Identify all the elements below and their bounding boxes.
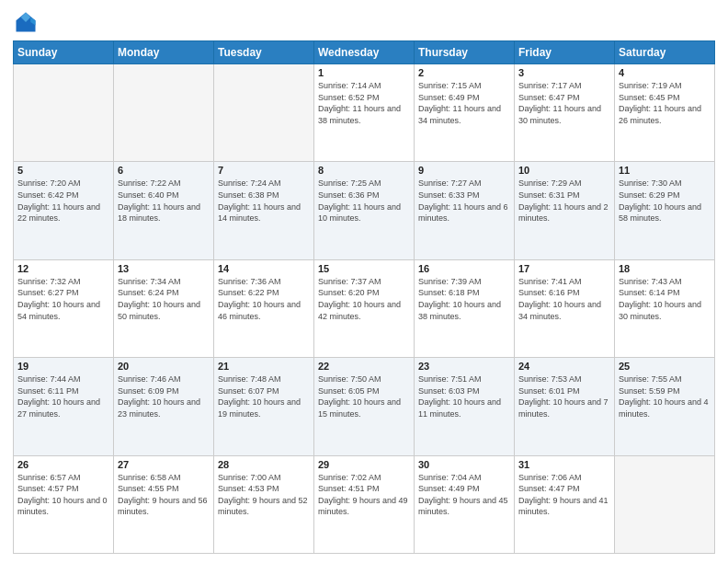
day-info: Sunrise: 7:20 AMSunset: 6:42 PMDaylight:… (17, 178, 109, 224)
weekday-header-friday: Friday (515, 41, 615, 64)
day-cell: 8Sunrise: 7:25 AMSunset: 6:36 PMDaylight… (314, 162, 415, 259)
day-number: 2 (418, 67, 510, 78)
day-info: Sunrise: 7:43 AMSunset: 6:14 PMDaylight:… (619, 276, 711, 322)
day-number: 3 (518, 67, 610, 78)
weekday-header-thursday: Thursday (415, 41, 515, 64)
day-number: 29 (318, 459, 410, 470)
day-cell: 31Sunrise: 7:06 AMSunset: 4:47 PMDayligh… (515, 455, 615, 553)
weekday-header-row: SundayMondayTuesdayWednesdayThursdayFrid… (14, 41, 715, 64)
day-info: Sunrise: 7:50 AMSunset: 6:05 PMDaylight:… (318, 373, 410, 419)
day-cell: 13Sunrise: 7:34 AMSunset: 6:24 PMDayligh… (114, 259, 214, 357)
day-number: 8 (318, 165, 410, 176)
day-number: 27 (118, 459, 210, 470)
day-number: 9 (418, 165, 510, 176)
day-cell: 12Sunrise: 7:32 AMSunset: 6:27 PMDayligh… (14, 259, 114, 357)
day-info: Sunrise: 7:17 AMSunset: 6:47 PMDaylight:… (518, 80, 610, 126)
day-cell: 6Sunrise: 7:22 AMSunset: 6:40 PMDaylight… (114, 162, 214, 259)
day-cell: 9Sunrise: 7:27 AMSunset: 6:33 PMDaylight… (415, 162, 515, 259)
day-cell: 19Sunrise: 7:44 AMSunset: 6:11 PMDayligh… (14, 358, 114, 455)
week-row-4: 19Sunrise: 7:44 AMSunset: 6:11 PMDayligh… (14, 358, 715, 455)
day-cell: 7Sunrise: 7:24 AMSunset: 6:38 PMDaylight… (214, 162, 314, 259)
day-number: 20 (118, 361, 210, 372)
calendar-table: SundayMondayTuesdayWednesdayThursdayFrid… (13, 40, 715, 554)
day-cell: 24Sunrise: 7:53 AMSunset: 6:01 PMDayligh… (515, 358, 615, 455)
day-cell: 22Sunrise: 7:50 AMSunset: 6:05 PMDayligh… (314, 358, 415, 455)
day-info: Sunrise: 7:24 AMSunset: 6:38 PMDaylight:… (218, 178, 310, 224)
day-info: Sunrise: 7:51 AMSunset: 6:03 PMDaylight:… (418, 373, 510, 419)
day-info: Sunrise: 7:27 AMSunset: 6:33 PMDaylight:… (418, 178, 510, 224)
day-info: Sunrise: 7:39 AMSunset: 6:18 PMDaylight:… (418, 276, 510, 322)
day-info: Sunrise: 7:19 AMSunset: 6:45 PMDaylight:… (619, 80, 711, 126)
day-cell: 26Sunrise: 6:57 AMSunset: 4:57 PMDayligh… (14, 455, 114, 553)
day-cell: 1Sunrise: 7:14 AMSunset: 6:52 PMDaylight… (314, 64, 415, 162)
day-cell (14, 64, 114, 162)
day-cell (214, 64, 314, 162)
day-info: Sunrise: 7:37 AMSunset: 6:20 PMDaylight:… (318, 276, 410, 322)
day-number: 19 (17, 361, 109, 372)
day-number: 28 (218, 459, 310, 470)
week-row-5: 26Sunrise: 6:57 AMSunset: 4:57 PMDayligh… (14, 455, 715, 553)
day-info: Sunrise: 6:57 AMSunset: 4:57 PMDaylight:… (17, 472, 109, 518)
day-cell: 10Sunrise: 7:29 AMSunset: 6:31 PMDayligh… (515, 162, 615, 259)
day-cell: 14Sunrise: 7:36 AMSunset: 6:22 PMDayligh… (214, 259, 314, 357)
day-number: 30 (418, 459, 510, 470)
day-number: 14 (218, 263, 310, 274)
day-number: 24 (518, 361, 610, 372)
day-cell: 18Sunrise: 7:43 AMSunset: 6:14 PMDayligh… (615, 259, 715, 357)
weekday-header-tuesday: Tuesday (214, 41, 314, 64)
day-number: 25 (619, 361, 711, 372)
day-number: 7 (218, 165, 310, 176)
day-info: Sunrise: 7:34 AMSunset: 6:24 PMDaylight:… (118, 276, 210, 322)
week-row-1: 1Sunrise: 7:14 AMSunset: 6:52 PMDaylight… (14, 64, 715, 162)
page: SundayMondayTuesdayWednesdayThursdayFrid… (0, 0, 728, 563)
logo-icon (13, 9, 39, 35)
day-cell: 17Sunrise: 7:41 AMSunset: 6:16 PMDayligh… (515, 259, 615, 357)
day-info: Sunrise: 7:46 AMSunset: 6:09 PMDaylight:… (118, 373, 210, 419)
weekday-header-sunday: Sunday (14, 41, 114, 64)
day-info: Sunrise: 7:00 AMSunset: 4:53 PMDaylight:… (218, 472, 310, 518)
day-info: Sunrise: 7:02 AMSunset: 4:51 PMDaylight:… (318, 472, 410, 518)
day-cell: 21Sunrise: 7:48 AMSunset: 6:07 PMDayligh… (214, 358, 314, 455)
day-cell: 20Sunrise: 7:46 AMSunset: 6:09 PMDayligh… (114, 358, 214, 455)
day-number: 16 (418, 263, 510, 274)
day-number: 11 (619, 165, 711, 176)
day-info: Sunrise: 7:06 AMSunset: 4:47 PMDaylight:… (518, 472, 610, 518)
header (13, 9, 715, 35)
day-info: Sunrise: 7:53 AMSunset: 6:01 PMDaylight:… (518, 373, 610, 419)
day-cell: 23Sunrise: 7:51 AMSunset: 6:03 PMDayligh… (415, 358, 515, 455)
day-cell (615, 455, 715, 553)
day-cell: 11Sunrise: 7:30 AMSunset: 6:29 PMDayligh… (615, 162, 715, 259)
week-row-3: 12Sunrise: 7:32 AMSunset: 6:27 PMDayligh… (14, 259, 715, 357)
day-info: Sunrise: 6:58 AMSunset: 4:55 PMDaylight:… (118, 472, 210, 518)
day-cell: 25Sunrise: 7:55 AMSunset: 5:59 PMDayligh… (615, 358, 715, 455)
day-info: Sunrise: 7:55 AMSunset: 5:59 PMDaylight:… (619, 373, 711, 419)
day-info: Sunrise: 7:48 AMSunset: 6:07 PMDaylight:… (218, 373, 310, 419)
day-number: 15 (318, 263, 410, 274)
day-cell: 28Sunrise: 7:00 AMSunset: 4:53 PMDayligh… (214, 455, 314, 553)
day-info: Sunrise: 7:36 AMSunset: 6:22 PMDaylight:… (218, 276, 310, 322)
day-number: 26 (17, 459, 109, 470)
day-cell: 29Sunrise: 7:02 AMSunset: 4:51 PMDayligh… (314, 455, 415, 553)
day-info: Sunrise: 7:15 AMSunset: 6:49 PMDaylight:… (418, 80, 510, 126)
day-number: 17 (518, 263, 610, 274)
day-number: 6 (118, 165, 210, 176)
day-info: Sunrise: 7:22 AMSunset: 6:40 PMDaylight:… (118, 178, 210, 224)
day-number: 1 (318, 67, 410, 78)
logo (13, 9, 42, 35)
day-number: 18 (619, 263, 711, 274)
day-cell: 16Sunrise: 7:39 AMSunset: 6:18 PMDayligh… (415, 259, 515, 357)
day-number: 23 (418, 361, 510, 372)
day-cell: 30Sunrise: 7:04 AMSunset: 4:49 PMDayligh… (415, 455, 515, 553)
day-number: 10 (518, 165, 610, 176)
weekday-header-monday: Monday (114, 41, 214, 64)
day-info: Sunrise: 7:44 AMSunset: 6:11 PMDaylight:… (17, 373, 109, 419)
day-cell: 4Sunrise: 7:19 AMSunset: 6:45 PMDaylight… (615, 64, 715, 162)
day-cell: 27Sunrise: 6:58 AMSunset: 4:55 PMDayligh… (114, 455, 214, 553)
day-info: Sunrise: 7:25 AMSunset: 6:36 PMDaylight:… (318, 178, 410, 224)
day-cell: 3Sunrise: 7:17 AMSunset: 6:47 PMDaylight… (515, 64, 615, 162)
day-cell: 15Sunrise: 7:37 AMSunset: 6:20 PMDayligh… (314, 259, 415, 357)
day-number: 5 (17, 165, 109, 176)
day-number: 21 (218, 361, 310, 372)
day-number: 12 (17, 263, 109, 274)
day-info: Sunrise: 7:32 AMSunset: 6:27 PMDaylight:… (17, 276, 109, 322)
